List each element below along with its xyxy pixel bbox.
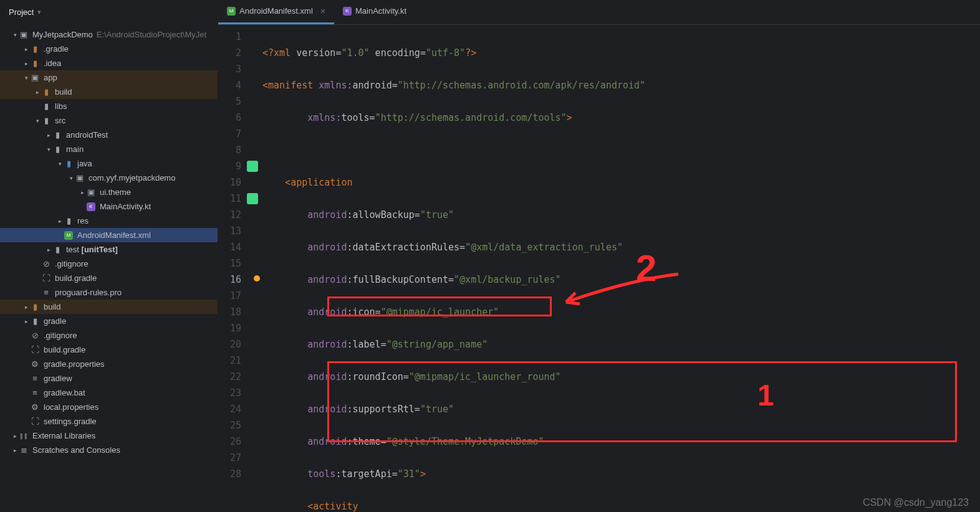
scratches-icon: ≣ [19,445,29,455]
tree-item-res[interactable]: ▸ ▮ res [0,214,218,228]
tree-label: ui.theme [100,187,131,197]
tree-item-gitignore[interactable]: ⊘ .gitignore [0,257,218,271]
tree-item-libs[interactable]: ▮ libs [0,99,218,113]
code-area[interactable]: <?xml version="1.0" encoding="utf-8"?> <… [252,25,690,512]
tree-item-extlibs[interactable]: ▸ ⫿⫿ External Libraries [0,429,218,443]
folder-icon: ▮ [41,87,51,97]
tree-item-mainactivity[interactable]: K MainActivity.kt [0,199,218,214]
annotation-number-1: 1 [757,387,774,404]
annotation-number-2: 2 [636,260,656,277]
kotlin-file-icon: K [87,202,95,211]
folder-icon: ▮ [41,102,51,111]
tree-root[interactable]: ▾ ▣ MyJetpackDemo E:\AndroidStudioProjec… [0,27,218,42]
tree-item-uitheme[interactable]: ▸ ▣ ui.theme [0,185,218,199]
tree-label: build [44,302,60,311]
chevron-right-icon[interactable]: ▸ [45,247,52,253]
tree-item-test[interactable]: ▸ ▮ test [unitTest] [0,242,218,257]
chevron-down-icon[interactable]: ▾ [22,75,30,81]
chevron-down-icon[interactable]: ▾ [56,161,64,167]
tree-item-gradle[interactable]: ▸ ▮ .gradle [0,42,218,56]
tab-mainactivity[interactable]: K MainActivity.kt [334,0,415,24]
tree-label: test [unitTest] [66,245,118,254]
folder-icon: ▮ [30,44,40,54]
close-icon[interactable]: × [320,6,325,16]
gradle-file-icon: ⛶ [41,273,51,283]
tree-item-idea[interactable]: ▸ ▮ .idea [0,56,218,70]
watermark: CSDN @csdn_yang123 [863,497,969,508]
tree-label: .gitignore [55,259,88,268]
tree-item-scratches[interactable]: ▸ ≣ Scratches and Consoles [0,443,218,457]
tree-item-settingsgradle[interactable]: ⛶ settings.gradle [0,414,218,429]
tab-manifest[interactable]: M AndroidManifest.xml × [218,0,334,24]
xml-file-icon: M [227,7,236,16]
tree-item-app[interactable]: ▾ ▣ app [0,70,218,85]
tree-item-buildgradle[interactable]: ⛶ build.gradle [0,271,218,285]
tree-label: main [66,145,84,154]
tree-item-proguard[interactable]: ≡ proguard-rules.pro [0,285,218,300]
tree-label: com.yyf.myjetpackdemo [89,173,175,183]
project-sidebar: Project ▾ ▾ ▣ MyJetpackDemo E:\AndroidSt… [0,0,218,512]
tree-label: Scratches and Consoles [32,445,120,455]
tree-item-java[interactable]: ▾ ▮ java [0,156,218,171]
folder-icon: ▮ [41,116,51,126]
gradle-file-icon: ⛶ [30,345,40,355]
chevron-down-icon[interactable]: ▾ [34,118,41,124]
gear-icon: ⚙ [30,359,40,369]
tree-item-buildgradle2[interactable]: ⛶ build.gradle [0,343,218,357]
tree-item-gitignore2[interactable]: ⊘ .gitignore [0,328,218,343]
chevron-right-icon[interactable]: ▸ [79,189,86,196]
chevron-right-icon[interactable]: ▸ [56,218,64,224]
tree-item-main[interactable]: ▾ ▮ main [0,142,218,156]
kotlin-file-icon: K [343,7,352,16]
tree-label: MainActivity.kt [100,202,151,211]
tree-label: src [55,116,65,125]
tree-item-androidtest[interactable]: ▸ ▮ androidTest [0,128,218,142]
tree-item-build[interactable]: ▸ ▮ build [0,85,218,99]
chevron-right-icon[interactable]: ▸ [22,60,30,67]
tab-label: AndroidManifest.xml [239,6,313,16]
chevron-right-icon[interactable]: ▸ [22,46,30,52]
tree-item-src[interactable]: ▾ ▮ src [0,113,218,128]
gutter: 1234567891011121314151617181920212223242… [218,25,252,512]
folder-icon: ▮ [52,145,62,154]
tree-item-gradlewbat[interactable]: ≡ gradlew.bat [0,386,218,400]
code-editor[interactable]: 1234567891011121314151617181920212223242… [218,25,980,512]
folder-icon: ▮ [30,59,40,69]
tree-item-gradle2[interactable]: ▸ ▮ gradle [0,314,218,328]
chevron-down-icon[interactable]: ▾ [67,175,75,181]
tree-item-manifest[interactable]: M AndroidManifest.xml [0,228,218,242]
chevron-down-icon[interactable]: ▾ [45,146,52,153]
tree-label: gradlew.bat [44,388,85,397]
file-icon: ≡ [30,374,40,384]
chevron-right-icon[interactable]: ▸ [45,132,52,138]
editor-panel: M AndroidManifest.xml × K MainActivity.k… [218,0,980,512]
tree-label: libs [55,102,67,111]
chevron-right-icon[interactable]: ▸ [22,304,30,310]
tree-label: .idea [44,59,61,68]
tree-label: build.gradle [44,345,85,354]
file-icon: ≡ [30,388,40,398]
gear-icon: ⚙ [30,402,40,412]
tree-item-localprops[interactable]: ⚙ local.properties [0,400,218,414]
tree-item-gradleprops[interactable]: ⚙ gradle.properties [0,357,218,371]
tree-item-gradlew[interactable]: ≡ gradlew [0,371,218,386]
tree-root-path: E:\AndroidStudioProject\MyJet [97,30,206,39]
tree-item-package[interactable]: ▾ ▣ com.yyf.myjetpackdemo [0,171,218,185]
project-header[interactable]: Project ▾ [0,0,218,25]
chevron-right-icon[interactable]: ▸ [11,433,19,439]
project-tree: ▾ ▣ MyJetpackDemo E:\AndroidStudioProjec… [0,25,218,457]
package-icon: ▣ [75,173,85,183]
chevron-right-icon[interactable]: ▸ [22,318,30,325]
tree-label: gradle [44,316,66,326]
tree-label: build [55,87,72,97]
chevron-right-icon[interactable]: ▸ [34,89,41,95]
file-icon: ⊘ [30,331,40,341]
folder-icon: ▮ [30,316,40,326]
tree-label: build.gradle [55,273,97,283]
tree-label: androidTest [66,130,108,140]
chevron-right-icon[interactable]: ▸ [11,447,19,453]
xml-file-icon: M [64,231,73,240]
tree-item-build2[interactable]: ▸ ▮ build [0,300,218,314]
folder-icon: ▮ [64,216,74,226]
chevron-down-icon[interactable]: ▾ [11,32,19,38]
